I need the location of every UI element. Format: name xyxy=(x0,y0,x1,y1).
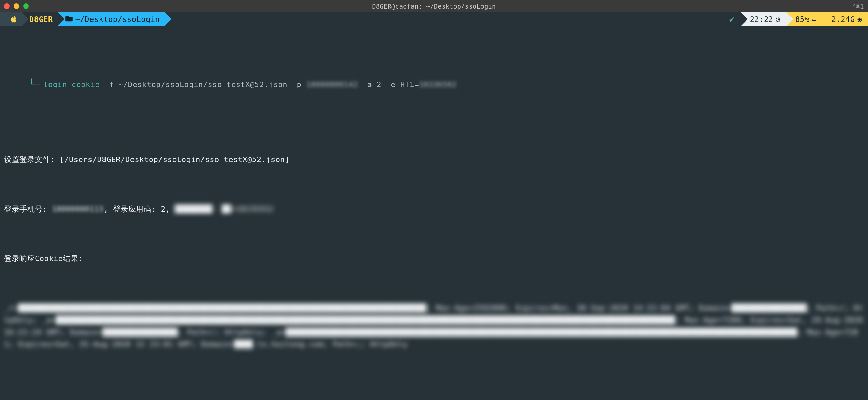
apple-icon xyxy=(10,15,17,23)
window-title: D8GER@caofan: ~/Desktop/ssoLogin xyxy=(372,3,496,10)
label-phone: 登录手机号: xyxy=(4,205,52,213)
maximize-button[interactable] xyxy=(23,3,29,9)
value-setfile: [/Users/D8GER/Desktop/ssoLogin/sso-testX… xyxy=(60,155,290,164)
apple-logo-segment xyxy=(0,12,22,26)
flag-e: -e xyxy=(386,80,396,89)
output-line-cookie-label: 登录响应Cookie结果: xyxy=(2,253,866,265)
folder-icon xyxy=(65,15,73,24)
battery-icon: ▭ xyxy=(812,15,816,23)
prompt-statusline: D8GER ~/Desktop/ssoLogin ✔ 22:22 ◷ 85% ▭… xyxy=(0,12,868,26)
clock-icon: ◷ xyxy=(776,15,780,23)
value-redacted: ████████: ██=10235552 xyxy=(175,205,274,213)
label-setfile: 设置登录文件: xyxy=(4,155,60,164)
command-line: └─login-cookie -f ~/Desktop/ssoLogin/sso… xyxy=(2,65,866,104)
status-right: ✔ 22:22 ◷ 85% ▭ 2.24G ◉ xyxy=(720,12,868,26)
battery-pct: 85% xyxy=(795,15,809,24)
status-time-segment: 22:22 ◷ xyxy=(741,12,786,26)
prompt-path-segment: ~/Desktop/ssoLogin xyxy=(58,12,165,26)
blank-line-1 xyxy=(2,387,866,400)
terminal-output[interactable]: └─login-cookie -f ~/Desktop/ssoLogin/sso… xyxy=(0,26,868,400)
flag-f: -f xyxy=(104,80,114,89)
flag-a: -a xyxy=(363,80,372,89)
traffic-lights xyxy=(4,3,29,9)
output-cookie-block: _r=█████████████████████████████████████… xyxy=(2,302,866,350)
status-memory-segment: 2.24G ◉ xyxy=(823,12,868,26)
arg-f-path: ~/Desktop/ssoLogin/sso-testX@52.json xyxy=(118,80,288,89)
output-line-setfile: 设置登录文件: [/Users/D8GER/Desktop/ssoLogin/s… xyxy=(2,154,866,166)
label-appcode: , 登录应用码: 2, xyxy=(103,205,175,213)
arg-p-phone: 18000000142 xyxy=(306,80,358,89)
gauge-icon: ◉ xyxy=(857,15,862,23)
arg-e: HT1=10336502 xyxy=(400,80,457,89)
prompt-continuation-glyph: └─ xyxy=(23,79,43,89)
arg-a: 2 xyxy=(377,80,381,89)
close-button[interactable] xyxy=(4,3,10,9)
output-line-phone: 登录手机号: 18000000113, 登录应用码: 2, ████████: … xyxy=(2,203,866,215)
window-shortcut-indicator: ⌃⌘1 xyxy=(852,3,864,10)
command-name: login-cookie xyxy=(43,80,100,89)
minimize-button[interactable] xyxy=(14,3,19,9)
check-icon: ✔ xyxy=(729,14,734,24)
status-ok-segment: ✔ xyxy=(720,12,741,26)
value-phone: 18000000113 xyxy=(52,205,103,213)
flag-p: -p xyxy=(292,80,302,89)
memory-value: 2.24G xyxy=(831,15,855,24)
time-value: 22:22 xyxy=(750,15,773,24)
prompt-path: ~/Desktop/ssoLogin xyxy=(75,15,160,24)
window-titlebar: D8GER@caofan: ~/Desktop/ssoLogin ⌃⌘1 xyxy=(0,0,868,12)
prompt-user: D8GER xyxy=(29,15,53,24)
status-battery-segment: 85% ▭ xyxy=(786,12,823,26)
